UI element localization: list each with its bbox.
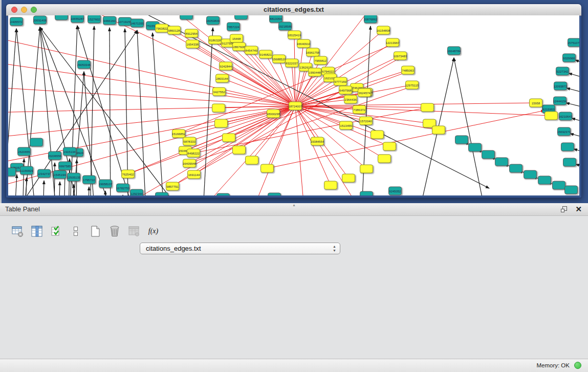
network-node[interactable]	[324, 181, 337, 190]
network-node[interactable]: 1513455	[339, 121, 353, 130]
network-node[interactable]: 15692371	[557, 127, 571, 136]
network-node[interactable]: 12093872	[554, 82, 567, 91]
network-node[interactable]	[432, 126, 445, 135]
collapse-handle-icon[interactable]: ▴	[293, 203, 295, 207]
network-node[interactable]: 5878333	[183, 137, 196, 146]
network-node[interactable]: 12975115	[405, 81, 419, 90]
network-node[interactable]: 7485063	[401, 66, 415, 75]
network-node[interactable]: 9227342	[556, 67, 569, 76]
network-node[interactable]: 16648784	[447, 47, 461, 55]
network-node[interactable]: 1572040	[359, 117, 373, 125]
network-node[interactable]: 20691406	[33, 16, 47, 25]
network-node[interactable]	[509, 164, 522, 173]
network-node[interactable]: 10719155	[118, 17, 132, 26]
network-node[interactable]: 9245052	[388, 187, 402, 195]
network-node[interactable]: 16053809	[206, 16, 220, 25]
network-node[interactable]: 15166852	[172, 129, 185, 138]
network-node[interactable]: 6497568	[339, 86, 352, 95]
network-node[interactable]: 12505135	[67, 173, 80, 182]
network-node[interactable]	[155, 192, 168, 196]
network-node[interactable]	[8, 168, 16, 177]
network-node[interactable]: 16640910	[297, 39, 310, 48]
network-node[interactable]: 18724007	[289, 102, 302, 111]
network-node[interactable]: 8186328	[208, 36, 222, 45]
network-node[interactable]	[545, 112, 558, 120]
network-node[interactable]	[212, 104, 225, 113]
network-node[interactable]: 7955812	[314, 56, 327, 65]
network-node[interactable]: 2803144	[215, 74, 229, 83]
network-node[interactable]	[180, 15, 193, 20]
memory-status-indicator[interactable]	[574, 362, 581, 369]
network-node[interactable]: 15958	[529, 99, 542, 107]
network-node[interactable]: 9242844	[219, 62, 232, 71]
row-height-icon[interactable]	[69, 224, 82, 239]
network-node[interactable]	[468, 143, 482, 152]
network-node[interactable]: 9777169	[334, 77, 347, 86]
network-node[interactable]	[378, 155, 391, 163]
network-node[interactable]: 19218586	[278, 22, 292, 31]
network-node[interactable]	[268, 193, 281, 196]
network-node[interactable]: 1654338	[186, 40, 199, 49]
table-selector-combobox[interactable]: citations_edges.txt ▲▼	[140, 243, 340, 254]
network-node[interactable]: 19958107	[99, 180, 112, 188]
network-node[interactable]: 18300295	[267, 110, 280, 118]
network-node[interactable]: 20876862	[364, 15, 377, 24]
network-node[interactable]	[482, 150, 495, 159]
network-node[interactable]: 3427552	[212, 87, 226, 96]
network-node[interactable]: 20206556	[48, 151, 61, 160]
network-node[interactable]: 8322037	[285, 59, 298, 68]
network-node[interactable]: 15688520	[272, 55, 286, 63]
network-node[interactable]: 14671355	[130, 19, 144, 28]
network-node[interactable]: 10973483	[394, 52, 407, 60]
network-node[interactable]	[30, 138, 43, 147]
network-node[interactable]	[564, 186, 578, 194]
network-node[interactable]	[371, 130, 384, 139]
network-node[interactable]	[495, 158, 508, 166]
network-node[interactable]: 2867608	[232, 42, 246, 51]
network-node[interactable]: 29053346	[77, 60, 91, 69]
network-node[interactable]: 9857791	[166, 182, 179, 191]
network-node[interactable]	[232, 146, 246, 155]
close-window-icon[interactable]	[11, 7, 17, 13]
network-node[interactable]: 9329966	[562, 54, 576, 62]
network-node[interactable]: 9146821	[259, 50, 272, 59]
network-node[interactable]: 16154808	[377, 26, 390, 35]
network-node[interactable]	[214, 119, 228, 128]
network-node[interactable]	[524, 170, 537, 179]
network-node[interactable]: 10655287	[71, 15, 84, 23]
select-attributes-icon[interactable]	[49, 224, 63, 239]
delete-table-icon[interactable]	[107, 224, 121, 239]
network-node[interactable]: 7857224	[227, 23, 240, 31]
network-node[interactable]: 16210643	[559, 112, 572, 121]
network-canvas[interactable]: 2405572206914061065528715276029466160107…	[8, 15, 579, 195]
new-table-icon[interactable]	[88, 224, 102, 239]
import-table-icon[interactable]	[127, 224, 141, 239]
network-node[interactable]: 19384554	[311, 137, 324, 146]
network-node[interactable]	[538, 176, 551, 185]
function-builder-icon[interactable]: f(x)	[146, 224, 160, 239]
network-node[interactable]: 12342737	[37, 169, 51, 178]
network-node[interactable]: 1545194	[53, 170, 67, 179]
network-node[interactable]: 3624574	[358, 89, 371, 97]
network-node[interactable]: 9466160	[103, 16, 116, 25]
network-node[interactable]: 1915134	[63, 147, 76, 156]
network-node[interactable]: 15751074	[568, 38, 579, 47]
network-node[interactable]: 1990448	[308, 68, 321, 77]
network-node[interactable]: 8454749	[245, 46, 258, 55]
network-node[interactable]: 11156829	[20, 166, 33, 175]
network-node[interactable]: 1795722	[82, 176, 96, 184]
network-node[interactable]	[222, 134, 235, 142]
table-settings-icon[interactable]	[10, 224, 24, 239]
network-node[interactable]	[360, 165, 373, 173]
network-node[interactable]	[552, 181, 565, 190]
network-node[interactable]: 15468	[230, 34, 243, 43]
zoom-window-icon[interactable]	[31, 7, 37, 13]
network-node[interactable]: 2620655	[17, 147, 31, 156]
network-node[interactable]	[563, 158, 576, 167]
network-node[interactable]: 7386372	[353, 105, 366, 114]
network-node[interactable]	[245, 156, 258, 165]
network-node[interactable]	[383, 142, 396, 151]
minimize-window-icon[interactable]	[21, 7, 27, 13]
network-node[interactable]: 16782753	[116, 184, 129, 192]
network-node[interactable]: 2364436	[344, 95, 357, 104]
